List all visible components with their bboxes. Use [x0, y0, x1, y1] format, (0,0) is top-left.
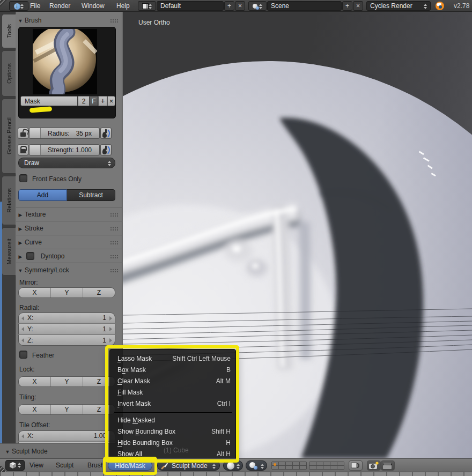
mirror-x-button[interactable]: X — [19, 288, 51, 298]
menu-item-hide-bounding-box[interactable]: Hide Bounding BoxH — [110, 437, 237, 449]
unlink-brush-button[interactable]: × — [107, 96, 115, 106]
decrement-icon[interactable] — [21, 316, 24, 321]
brush-preview-image[interactable] — [33, 29, 97, 94]
editor-type-dropdown[interactable]: i — [9, 1, 28, 11]
tab-measureit[interactable]: Measureit — [2, 227, 16, 276]
radial-y-field[interactable]: Y:1 — [18, 324, 115, 334]
fake-user-button[interactable]: F — [90, 96, 98, 106]
radius-pressure-button[interactable] — [100, 128, 112, 139]
lock-x-button[interactable]: X — [19, 377, 51, 386]
mirror-z-button[interactable]: Z — [83, 288, 115, 298]
add-brush-button[interactable]: + — [98, 96, 107, 106]
panel-drag-handle[interactable] — [110, 255, 118, 259]
lock-label: Lock: — [19, 366, 35, 373]
menu-help[interactable]: Help — [113, 0, 133, 12]
tab-tools[interactable]: Tools — [2, 14, 16, 48]
menu-item-box-mask[interactable]: Box MaskB — [110, 365, 237, 376]
lock-to-scene-button[interactable] — [349, 460, 363, 471]
subtract-direction-button[interactable]: Subtract — [67, 189, 115, 201]
brush-name-field[interactable]: Mask — [20, 96, 78, 106]
layers-group-1[interactable] — [271, 462, 307, 470]
timeline-strip[interactable] — [0, 472, 472, 476]
dyntopo-checkbox[interactable] — [26, 252, 34, 260]
close-scene-button[interactable]: × — [353, 1, 363, 11]
menu-item-invert-mask[interactable]: Invert MaskCtrl I — [110, 398, 237, 410]
menu-item-fill-mask[interactable]: Fill Mask — [110, 387, 237, 398]
increment-icon[interactable] — [109, 338, 112, 343]
tile-offset-x-field[interactable]: X:1.00 — [18, 430, 115, 441]
tiling-x-button[interactable]: X — [19, 405, 51, 414]
decrement-icon[interactable] — [21, 327, 24, 331]
radius-slider[interactable]: Radius:35 px — [29, 128, 100, 139]
increment-icon[interactable] — [109, 316, 112, 321]
menu-item-show-bounding-box[interactable]: Show Bounding BoxShift H — [110, 426, 237, 437]
lock-y-button[interactable]: Y — [51, 377, 83, 386]
decrement-icon[interactable] — [21, 338, 24, 343]
screen-layout-browse-button[interactable] — [138, 1, 156, 11]
panel-header-dyntopo[interactable]: ▶ Dyntopo — [16, 250, 122, 263]
panel-drag-handle[interactable] — [110, 269, 118, 273]
interaction-mode-dropdown[interactable]: Sculpt Mode — [157, 460, 220, 471]
tool-shelf-tabs: Tools Options Grease Pencil Relations Me… — [0, 12, 16, 458]
tab-options[interactable]: Options — [2, 50, 16, 96]
tiling-y-button[interactable]: Y — [51, 405, 83, 414]
menu-item-clear-mask[interactable]: Clear MaskAlt M — [110, 376, 237, 387]
render-engine-dropdown[interactable]: Cycles Render — [366, 1, 431, 11]
front-faces-only-checkbox[interactable] — [19, 174, 27, 182]
strength-unified-lock-button[interactable] — [18, 144, 28, 155]
opengl-render-image-button[interactable] — [367, 460, 381, 471]
corner-grip[interactable] — [0, 0, 7, 7]
radius-unified-lock-button[interactable] — [18, 128, 28, 139]
menu-item-hide-masked[interactable]: Hide Masked — [110, 415, 237, 426]
tool-shelf-scrollbar[interactable] — [0, 202, 2, 458]
panel-collapsed-icon: ▶ — [16, 250, 25, 263]
panel-header-sculpt-mode[interactable]: ▼Sculpt Mode — [3, 445, 109, 458]
menu-file[interactable]: File — [27, 0, 43, 12]
stroke-method-dropdown[interactable]: Draw — [18, 158, 115, 168]
menu-brush[interactable]: Brush — [87, 459, 104, 472]
chevron-updown-icon — [237, 464, 240, 469]
current-frame-marker[interactable] — [142, 472, 143, 476]
opengl-render-animation-button[interactable] — [381, 460, 395, 471]
menu-hide-mask[interactable]: Hide/Mask — [108, 460, 152, 471]
decrement-icon[interactable] — [21, 434, 24, 438]
panel-collapsed-icon: ▶ — [16, 222, 25, 235]
panel-drag-handle[interactable] — [110, 241, 118, 245]
menu-sculpt[interactable]: Sculpt — [56, 459, 73, 472]
mirror-y-button[interactable]: Y — [51, 288, 83, 298]
menu-view[interactable]: View — [30, 459, 43, 472]
brush-users-count-button[interactable]: 2 — [78, 96, 90, 106]
editor-type-dropdown[interactable] — [5, 460, 25, 471]
3d-view-cube-icon — [9, 462, 17, 469]
panel-drag-handle[interactable] — [110, 213, 118, 217]
panel-drag-handle[interactable] — [110, 227, 118, 231]
scene-browse-button[interactable] — [248, 1, 267, 11]
feather-checkbox[interactable] — [19, 351, 27, 359]
add-screen-layout-button[interactable]: + — [224, 1, 234, 11]
layers-group-2[interactable] — [309, 462, 344, 470]
panel-header-brush[interactable]: ▼Brush — [16, 14, 122, 27]
add-scene-button[interactable]: + — [342, 1, 352, 11]
tab-relations[interactable]: Relations — [2, 176, 16, 225]
tab-grease-pencil[interactable]: Grease Pencil — [2, 99, 16, 174]
panel-header-stroke[interactable]: ▶Stroke — [16, 222, 122, 235]
matcap-shading-dropdown[interactable] — [223, 460, 243, 471]
layer-cell-active[interactable] — [272, 462, 278, 465]
panel-header-symmetry-lock[interactable]: ▼Symmetry/Lock — [16, 264, 122, 277]
increment-icon[interactable] — [109, 327, 112, 331]
strength-pressure-button[interactable] — [100, 144, 112, 155]
strength-slider[interactable]: Strength:1.000 — [29, 144, 100, 155]
menu-window[interactable]: Window — [78, 0, 108, 12]
panel-drag-handle[interactable] — [110, 19, 118, 23]
panel-header-curve[interactable]: ▶Curve — [16, 236, 122, 249]
add-direction-button[interactable]: Add — [18, 189, 67, 201]
radial-x-field[interactable]: X:1 — [18, 313, 115, 323]
scene-name-field[interactable]: Scene — [267, 1, 342, 11]
menu-item-lasso-mask[interactable]: Lasso MaskShift Ctrl Left Mouse — [110, 353, 237, 365]
radial-z-field[interactable]: Z:1 — [18, 335, 115, 346]
panel-header-texture[interactable]: ▶Texture — [16, 208, 122, 221]
menu-render[interactable]: Render — [46, 0, 73, 12]
pivot-point-dropdown[interactable] — [246, 460, 267, 471]
screen-layout-name-field[interactable]: Default — [157, 1, 224, 11]
close-screen-layout-button[interactable]: × — [235, 1, 245, 11]
